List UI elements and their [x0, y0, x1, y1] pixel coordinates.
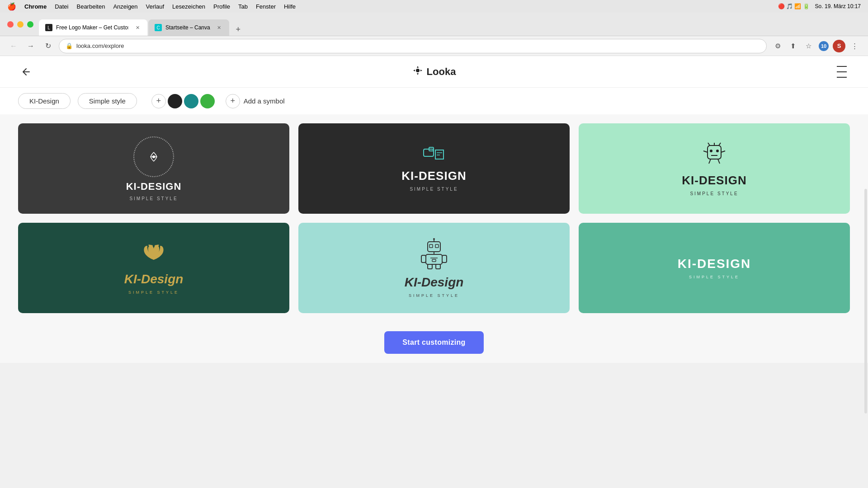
card4-leaf-icon: [140, 242, 167, 268]
page-content: Looka KI-Design Simple style + +: [0, 56, 868, 488]
profile-icon[interactable]: 10: [817, 40, 830, 52]
forward-button[interactable]: →: [24, 40, 37, 52]
bookmark-icon[interactable]: ☆: [802, 40, 815, 52]
svg-rect-19: [429, 244, 433, 248]
logo-card-2-subtitle: SIMPLE STYLE: [410, 187, 458, 192]
svg-line-15: [703, 151, 708, 152]
svg-line-16: [721, 151, 725, 152]
svg-point-0: [416, 69, 420, 72]
color-dot-green[interactable]: [200, 94, 215, 108]
tab-canva[interactable]: C Startseite – Canva ✕: [148, 19, 229, 36]
logo-grid: KI-DESIGN SIMPLE STYLE: [0, 114, 868, 322]
menu-lesezeichen[interactable]: Lesezeichen: [172, 3, 205, 10]
logo-card-6-subtitle: SIMPLE STYLE: [689, 275, 740, 279]
looka-back-button[interactable]: [18, 64, 34, 80]
logo-card-1-title: KI-DESIGN: [126, 181, 182, 192]
url-text: looka.com/explore: [76, 42, 760, 49]
user-avatar[interactable]: S: [833, 40, 845, 52]
menubar-datetime: So. 19. März 10:17: [815, 3, 861, 9]
logo-card-5-subtitle: SIMPLE STYLE: [409, 293, 459, 298]
extensions-icon[interactable]: ⚙: [771, 40, 784, 52]
tab-canva-label: Startseite – Canva: [165, 24, 210, 31]
svg-line-12: [719, 143, 721, 145]
menu-profile[interactable]: Profile: [213, 3, 230, 10]
apple-menu[interactable]: 🍎: [7, 2, 16, 11]
toolbar-icons: ⚙ ⬆ ☆ 10 S ⋮: [771, 40, 861, 52]
card3-circuit-icon: [701, 141, 728, 170]
ki-design-filter[interactable]: KI-Design: [18, 93, 71, 109]
circle-logo-icon: [133, 136, 174, 177]
new-tab-button[interactable]: +: [232, 23, 245, 36]
logo-card-5-title: KI-Design: [405, 275, 464, 290]
menu-bearbeiten[interactable]: Bearbeiten: [76, 3, 105, 10]
reload-button[interactable]: ↻: [42, 40, 54, 52]
svg-rect-27: [421, 255, 426, 263]
looka-logo: Looka: [412, 65, 456, 79]
looka-logo-icon: [412, 65, 423, 79]
looka-logo-text: Looka: [427, 66, 456, 78]
menu-verlauf[interactable]: Verlauf: [146, 3, 164, 10]
scrollbar[interactable]: [864, 189, 867, 413]
add-symbol-text: Add a symbol: [244, 97, 285, 105]
menu-fenster[interactable]: Fenster: [256, 3, 276, 10]
share-icon[interactable]: ⬆: [787, 40, 799, 52]
looka-favicon: L: [45, 24, 52, 31]
logo-card-3-title: KI-DESIGN: [682, 174, 746, 188]
browser-toolbar: ← → ↻ 🔒 looka.com/explore ⚙ ⬆ ☆ 10 S ⋮: [0, 36, 868, 56]
browser-titlebar: L Free Logo Maker – Get Custom ✕ C Start…: [0, 13, 868, 36]
add-color-button[interactable]: +: [151, 94, 166, 108]
color-group: +: [151, 94, 215, 108]
add-symbol-button[interactable]: +: [226, 94, 240, 108]
color-dot-black[interactable]: [168, 94, 182, 108]
logo-card-6-title: KI-DESIGN: [678, 257, 751, 271]
menu-tab[interactable]: Tab: [238, 3, 248, 10]
logo-card-3-subtitle: SIMPLE STYLE: [690, 191, 738, 196]
menu-datei[interactable]: Datei: [55, 3, 68, 10]
svg-line-13: [709, 159, 711, 164]
menu-hilfe[interactable]: Hilfe: [284, 3, 296, 10]
browser-tabs: L Free Logo Maker – Get Custom ✕ C Start…: [39, 13, 846, 36]
tab-looka[interactable]: L Free Logo Maker – Get Custom ✕: [39, 19, 147, 36]
address-bar[interactable]: 🔒 looka.com/explore: [59, 39, 767, 53]
color-dot-teal[interactable]: [184, 94, 198, 108]
logo-card-4[interactable]: KI-Design SIMPLE STYLE: [18, 223, 289, 313]
start-customizing-button[interactable]: Start customizing: [384, 331, 483, 354]
window-close-button[interactable]: [7, 21, 14, 28]
logo-card-1[interactable]: KI-DESIGN SIMPLE STYLE: [18, 123, 289, 214]
svg-point-9: [716, 150, 719, 152]
traffic-lights: [7, 21, 33, 28]
logo-card-6[interactable]: KI-DESIGN SIMPLE STYLE: [579, 223, 850, 313]
filter-bar: KI-Design Simple style + + Add a symbol: [0, 88, 868, 114]
simple-style-filter[interactable]: Simple style: [78, 93, 137, 109]
menu-chrome[interactable]: Chrome: [24, 3, 47, 10]
back-button[interactable]: ←: [7, 40, 20, 52]
hamburger-menu-button[interactable]: [834, 64, 850, 80]
window-minimize-button[interactable]: [17, 21, 24, 28]
logo-card-4-title: KI-Design: [124, 272, 184, 286]
logo-card-2[interactable]: KI-DESIGN SIMPLE STYLE: [298, 123, 570, 214]
card5-robot-icon: [420, 238, 448, 272]
svg-rect-29: [428, 264, 432, 269]
svg-rect-20: [435, 244, 439, 248]
svg-rect-3: [424, 149, 434, 156]
card2-icon: [423, 145, 445, 165]
tab-looka-label: Free Logo Maker – Get Custom: [56, 24, 128, 31]
svg-point-22: [433, 238, 435, 240]
svg-rect-30: [436, 264, 440, 269]
logo-card-1-subtitle: SIMPLE STYLE: [129, 196, 178, 201]
logo-card-4-subtitle: SIMPLE STYLE: [128, 290, 179, 295]
logo-card-5[interactable]: KI-Design SIMPLE STYLE: [298, 223, 570, 313]
menu-anzeigen[interactable]: Anzeigen: [113, 3, 137, 10]
lock-icon: 🔒: [66, 42, 73, 49]
bottom-bar: Start customizing: [0, 322, 868, 363]
logo-card-3[interactable]: KI-DESIGN SIMPLE STYLE: [579, 123, 850, 214]
browser-window: L Free Logo Maker – Get Custom ✕ C Start…: [0, 13, 868, 488]
svg-point-8: [710, 150, 712, 152]
canva-favicon: C: [155, 24, 162, 31]
tab-looka-close[interactable]: ✕: [134, 24, 141, 31]
more-options-icon[interactable]: ⋮: [848, 40, 861, 52]
window-maximize-button[interactable]: [27, 21, 33, 28]
tab-canva-close[interactable]: ✕: [216, 24, 223, 31]
svg-rect-7: [708, 145, 721, 159]
add-symbol-group[interactable]: + Add a symbol: [226, 94, 285, 108]
